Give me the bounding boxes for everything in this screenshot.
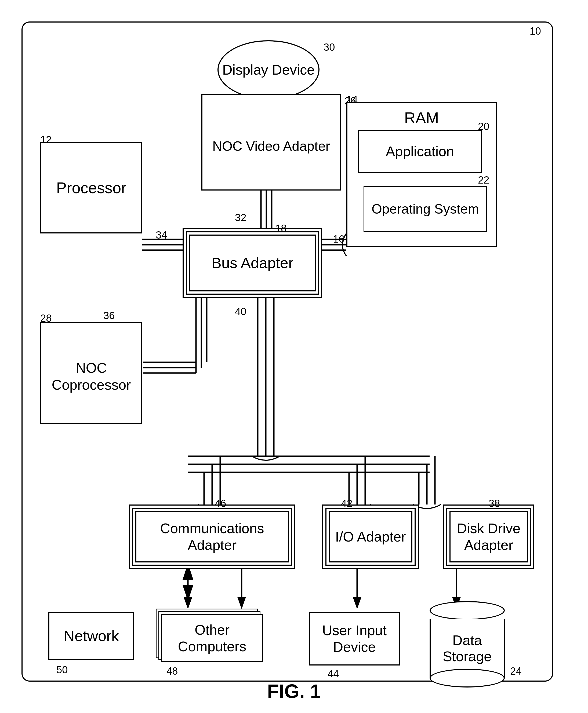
ref-44: 44 xyxy=(328,668,339,680)
processor-box: Processor xyxy=(40,142,142,234)
noc-coprocessor-box: NOC Coprocessor xyxy=(40,322,142,424)
display-device-label: Display Device xyxy=(222,62,315,78)
noc-video-adapter-box: NOC Video Adapter xyxy=(202,94,341,191)
ram-label: RAM xyxy=(404,108,439,127)
ref-28: 28 xyxy=(40,312,51,324)
network-label: Network xyxy=(64,627,119,645)
ref-16: 16 xyxy=(333,234,344,245)
network-box: Network xyxy=(48,612,134,660)
cylinder-bottom xyxy=(429,669,505,688)
operating-system-box: Operating System xyxy=(363,186,487,232)
ref-20: 20 xyxy=(478,121,489,132)
data-storage-cylinder: Data Storage xyxy=(429,601,505,688)
display-device-box: Display Device xyxy=(217,40,319,99)
ref-32: 32 xyxy=(235,212,246,223)
bus-adapter-label: Bus Adapter xyxy=(211,254,293,272)
figure-label: FIG. 1 xyxy=(267,680,321,702)
other-computers-label: Other Computers xyxy=(162,622,262,655)
ref-40: 40 xyxy=(235,306,246,318)
data-storage-label: Data Storage xyxy=(430,632,504,665)
ref-38: 38 xyxy=(489,498,500,509)
cylinder-top xyxy=(429,601,505,620)
ref-48: 48 xyxy=(166,666,178,677)
user-input-device-box: User Input Device xyxy=(309,612,400,666)
communications-adapter-box: Communications Adapter xyxy=(135,511,289,562)
ref-22: 22 xyxy=(478,174,489,186)
io-adapter-label: I/O Adapter xyxy=(335,528,406,545)
operating-system-label: Operating System xyxy=(372,201,479,217)
page: 10 xyxy=(0,0,588,713)
ref-24: 24 xyxy=(510,666,521,677)
ref-18: 18 xyxy=(275,223,287,234)
disk-drive-adapter-label: Disk Drive Adapter xyxy=(450,520,527,554)
ref-14: 14 xyxy=(346,94,358,106)
disk-drive-adapter-box: Disk Drive Adapter xyxy=(449,511,528,562)
bus-adapter-box: Bus Adapter xyxy=(189,235,316,291)
ref-10: 10 xyxy=(530,25,541,37)
ref-50: 50 xyxy=(56,664,68,676)
io-adapter-box: I/O Adapter xyxy=(329,511,413,562)
other-computers-box: Other Computers xyxy=(161,614,263,662)
communications-adapter-label: Communications Adapter xyxy=(136,520,288,554)
ref-12: 12 xyxy=(40,134,51,146)
application-box: Application xyxy=(358,130,482,173)
ref-30: 30 xyxy=(323,42,335,53)
noc-video-adapter-label: NOC Video Adapter xyxy=(203,135,340,154)
ref-42: 42 xyxy=(341,498,352,509)
noc-coprocessor-label: NOC Coprocessor xyxy=(41,358,141,393)
ram-box: RAM Application Operating System xyxy=(346,102,497,247)
ref-34: 34 xyxy=(156,230,167,241)
ref-36: 36 xyxy=(103,310,114,322)
user-input-device-label: User Input Device xyxy=(310,622,399,655)
ref-46: 46 xyxy=(215,498,226,509)
processor-label: Processor xyxy=(56,178,126,197)
application-label: Application xyxy=(386,143,454,160)
